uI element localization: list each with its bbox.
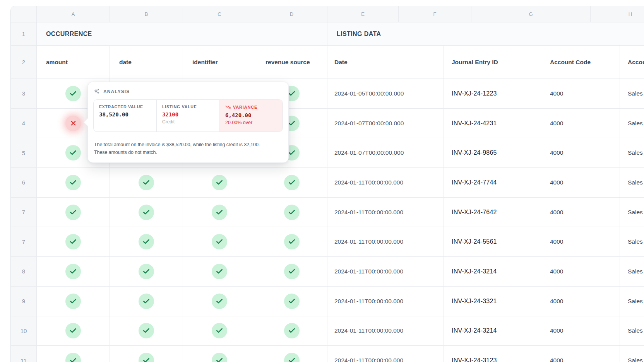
row-number[interactable]: 7 [11, 198, 37, 227]
cell-journal-entry-id[interactable]: INV-XJ-24-3321 [444, 287, 542, 316]
check-badge[interactable] [284, 294, 300, 309]
cell-date[interactable]: 2024-01-11T00:00:00.000 [327, 287, 444, 316]
check-badge[interactable] [65, 175, 81, 190]
occurrence-section-title[interactable]: OCCURRENCE [37, 22, 327, 45]
status-cell-identifier[interactable] [183, 346, 256, 362]
status-cell-amount[interactable] [37, 346, 110, 362]
cell-journal-entry-id[interactable]: INV-XJ-24-9865 [444, 138, 542, 167]
status-cell-date[interactable] [110, 257, 183, 286]
cell-account-name[interactable]: Sales [620, 257, 644, 286]
cell-account-code[interactable]: 4000 [542, 79, 620, 108]
column-header-e[interactable]: E [327, 6, 399, 22]
row-number[interactable]: 7 [11, 227, 37, 256]
header-account-name[interactable]: Accou [620, 46, 644, 79]
header-amount[interactable]: amount [37, 46, 110, 79]
status-cell-identifier[interactable] [183, 168, 256, 197]
check-badge[interactable] [65, 264, 81, 279]
header-journal-entry-id[interactable]: Journal Entry ID [444, 46, 542, 79]
status-cell-date[interactable] [110, 198, 183, 227]
corner-cell[interactable] [11, 6, 37, 22]
cell-journal-entry-id[interactable]: INV-XJ-24-7642 [444, 198, 542, 227]
row-number[interactable]: 4 [11, 109, 37, 138]
cell-journal-entry-id[interactable]: INV-XJ-24-3214 [444, 316, 542, 346]
cell-journal-entry-id[interactable]: INV-XJ-24-5561 [444, 227, 542, 256]
status-cell-amount[interactable] [37, 287, 110, 316]
cell-date[interactable]: 2024-01-11T00:00:00.000 [327, 316, 444, 346]
row-number[interactable]: 10 [11, 316, 37, 346]
check-badge[interactable] [65, 145, 81, 161]
cell-account-name[interactable]: Sales [620, 79, 644, 108]
status-cell-date[interactable] [110, 227, 183, 256]
check-badge[interactable] [284, 205, 300, 220]
cell-account-code[interactable]: 4000 [542, 316, 620, 346]
check-badge[interactable] [65, 353, 81, 362]
status-cell-identifier[interactable] [183, 227, 256, 256]
cell-account-name[interactable]: Sales [620, 109, 644, 138]
status-cell-amount[interactable] [37, 316, 110, 346]
column-header-g[interactable]: G [471, 6, 591, 22]
status-cell-amount[interactable] [37, 257, 110, 286]
status-cell-revenue-source[interactable] [256, 168, 327, 197]
header-date[interactable]: date [110, 46, 183, 79]
check-badge[interactable] [284, 264, 300, 279]
check-badge[interactable] [212, 205, 227, 220]
header-account-code[interactable]: Account Code [542, 46, 620, 79]
column-header-a[interactable]: A [37, 6, 110, 22]
listing-data-section-title[interactable]: LISTING DATA [327, 22, 644, 45]
check-badge[interactable] [212, 353, 227, 362]
check-badge[interactable] [139, 294, 154, 309]
row-number[interactable]: 9 [11, 287, 37, 316]
check-badge[interactable] [65, 294, 81, 309]
check-badge[interactable] [284, 175, 300, 190]
cell-account-code[interactable]: 4000 [542, 346, 620, 362]
cell-date[interactable]: 2024-01-11T00:00:00.000 [327, 257, 444, 286]
cell-journal-entry-id[interactable]: INV-XJ-24-3123 [444, 346, 542, 362]
check-badge[interactable] [212, 294, 227, 309]
row-number[interactable]: 6 [11, 168, 37, 197]
cell-journal-entry-id[interactable]: INV-XJ-24-7744 [444, 168, 542, 197]
check-badge[interactable] [65, 323, 81, 338]
check-badge[interactable] [139, 175, 154, 190]
row-number[interactable]: 11 [11, 346, 37, 362]
check-badge[interactable] [284, 353, 300, 362]
header-revenue-source[interactable]: revenue source [256, 46, 327, 79]
column-header-f[interactable]: F [399, 6, 471, 22]
row-number[interactable]: 8 [11, 257, 37, 286]
cell-account-code[interactable]: 4000 [542, 109, 620, 138]
status-cell-amount[interactable] [37, 198, 110, 227]
cell-account-code[interactable]: 4000 [542, 198, 620, 227]
cell-date[interactable]: 2024-01-11T00:00:00.000 [327, 198, 444, 227]
status-cell-identifier[interactable] [183, 287, 256, 316]
check-badge[interactable] [212, 234, 227, 249]
cell-account-code[interactable]: 4000 [542, 227, 620, 256]
status-cell-identifier[interactable] [183, 198, 256, 227]
check-badge[interactable] [212, 264, 227, 279]
cell-date[interactable]: 2024-01-11T00:00:00.000 [327, 168, 444, 197]
cell-journal-entry-id[interactable]: INV-XJ-24-3214 [444, 257, 542, 286]
header-identifier[interactable]: identifier [183, 46, 256, 79]
cell-account-name[interactable]: Sales [620, 227, 644, 256]
status-cell-identifier[interactable] [183, 257, 256, 286]
column-header-d[interactable]: D [256, 6, 327, 22]
cell-account-name[interactable]: Sales [620, 287, 644, 316]
cell-date[interactable]: 2024-01-07T00:00:00.000 [327, 109, 444, 138]
check-badge[interactable] [212, 175, 227, 190]
check-badge[interactable] [65, 86, 81, 101]
row-number-1[interactable]: 1 [11, 22, 37, 45]
check-badge[interactable] [139, 234, 154, 249]
status-cell-date[interactable] [110, 287, 183, 316]
check-badge[interactable] [139, 205, 154, 220]
cell-date[interactable]: 2024-01-05T00:00:00.000 [327, 79, 444, 108]
check-badge[interactable] [212, 323, 227, 338]
header-listing-date[interactable]: Date [327, 46, 444, 79]
status-cell-revenue-source[interactable] [256, 346, 327, 362]
status-cell-date[interactable] [110, 168, 183, 197]
cell-date[interactable]: 2024-01-07T00:00:00.000 [327, 138, 444, 167]
status-cell-revenue-source[interactable] [256, 257, 327, 286]
check-badge[interactable] [139, 323, 154, 338]
cell-journal-entry-id[interactable]: INV-XJ-24-1223 [444, 79, 542, 108]
cell-date[interactable]: 2024-01-11T00:00:00.000 [327, 227, 444, 256]
cell-account-code[interactable]: 4000 [542, 287, 620, 316]
status-cell-revenue-source[interactable] [256, 227, 327, 256]
cell-account-name[interactable]: Sales [620, 138, 644, 167]
